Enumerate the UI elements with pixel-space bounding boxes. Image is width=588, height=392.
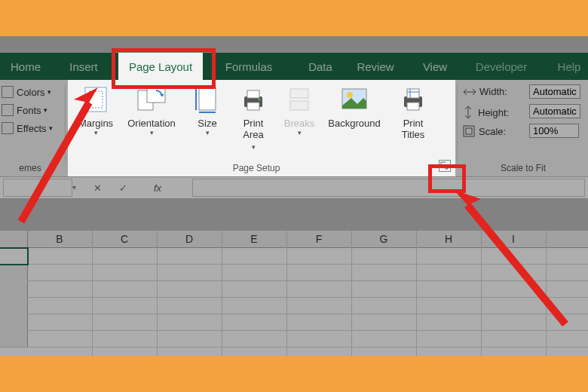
formula-bar: ▾ ✕ ✓ fx [0, 176, 588, 199]
name-box[interactable] [3, 179, 72, 197]
col-header[interactable]: C [92, 231, 158, 247]
selected-cell[interactable] [0, 247, 29, 265]
fonts-icon [2, 104, 14, 116]
row-header[interactable] [0, 330, 28, 348]
svg-rect-31 [247, 103, 259, 110]
col-header[interactable]: F [286, 231, 352, 247]
svg-rect-34 [290, 101, 308, 110]
svg-rect-26 [199, 87, 216, 110]
themes-group-label: emes [0, 163, 60, 173]
group-divider-2 [457, 84, 458, 161]
tab-help[interactable]: Help [552, 53, 586, 80]
grid-cells[interactable] [27, 247, 588, 356]
group-divider [65, 84, 66, 161]
themes-effects-button[interactable]: Effects▾ [2, 122, 53, 134]
scale-to-fit-group-label: Scale to Fit [463, 163, 583, 173]
themes-fonts-button[interactable]: Fonts▾ [2, 104, 47, 116]
tab-review[interactable]: Review [351, 53, 400, 80]
column-headers: B C D E F G H I [0, 231, 588, 248]
effects-icon [2, 122, 14, 134]
spreadsheet-grid[interactable]: B C D E F G H I [0, 231, 588, 356]
app-window: Home Insert Page Layout Formulas Data Re… [0, 36, 588, 356]
row-header[interactable] [0, 314, 28, 331]
scale-label: Scale: [463, 125, 506, 137]
row-header[interactable] [0, 280, 28, 298]
highlight-tab: Page Layout [118, 53, 203, 80]
height-label: Height: [463, 106, 509, 119]
tab-insert[interactable]: Insert [62, 53, 106, 80]
col-header[interactable]: B [27, 231, 93, 247]
name-box-dropdown-icon[interactable]: ▾ [72, 183, 76, 191]
col-header[interactable]: G [351, 231, 417, 247]
tab-developer[interactable]: Developer [469, 53, 534, 80]
enter-formula-icon[interactable]: ✓ [115, 179, 131, 196]
col-header[interactable]: D [157, 231, 222, 247]
row-header[interactable] [0, 297, 28, 314]
svg-point-36 [347, 92, 353, 98]
col-header[interactable]: E [222, 231, 287, 247]
highlight-pagesetup: Margins▾ Orientation▾ Size▾ Print Area▾ … [68, 80, 455, 176]
themes-colors-button[interactable]: Colors▾ [2, 86, 51, 98]
width-label: Width: [463, 86, 507, 97]
tab-home[interactable]: Home [3, 53, 48, 80]
svg-rect-20 [464, 126, 474, 136]
svg-rect-33 [290, 89, 308, 98]
tab-formulas[interactable]: Formulas [219, 53, 279, 80]
ribbon-tabs: Home Insert Page Layout Formulas Data Re… [0, 53, 588, 80]
tab-view[interactable]: View [416, 53, 454, 80]
select-all-corner[interactable] [0, 231, 28, 247]
row-header[interactable] [0, 264, 28, 281]
svg-rect-38 [407, 89, 419, 98]
height-value[interactable]: Automatic [529, 104, 580, 118]
cancel-formula-icon[interactable]: ✕ [89, 179, 106, 196]
svg-rect-30 [247, 90, 259, 98]
scale-value[interactable]: 100% [529, 124, 579, 138]
svg-rect-41 [407, 103, 419, 110]
colors-icon [2, 86, 14, 98]
svg-rect-21 [466, 128, 472, 134]
svg-point-32 [259, 99, 261, 101]
col-header[interactable]: H [416, 231, 482, 247]
tab-data[interactable]: Data [302, 53, 339, 80]
formula-input[interactable] [192, 179, 585, 197]
col-header[interactable]: I [481, 231, 547, 247]
width-value[interactable]: Automatic [529, 84, 580, 99]
fx-icon[interactable]: fx [149, 179, 166, 196]
